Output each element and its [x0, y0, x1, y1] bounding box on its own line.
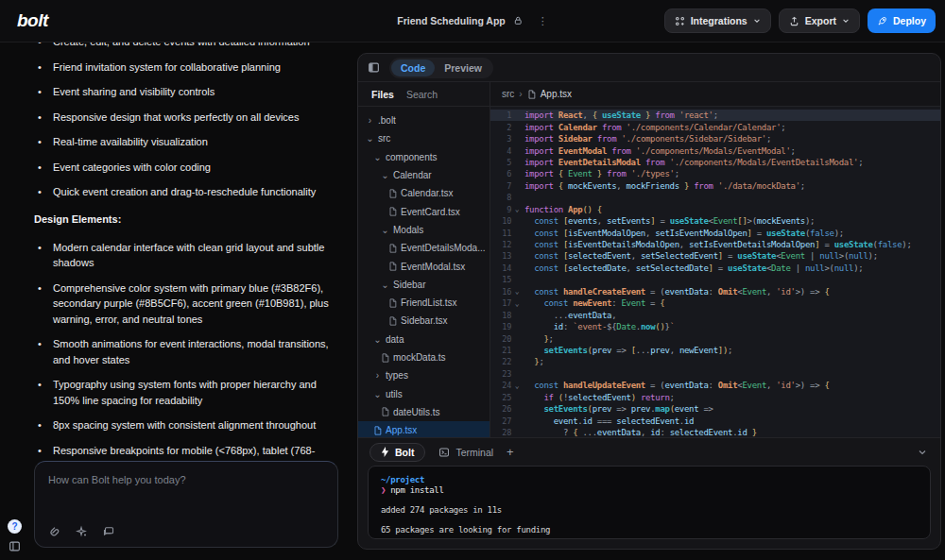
code-line[interactable]: 13 const [selectedEvent, setSelectedEven…	[490, 250, 940, 262]
file-icon	[388, 207, 397, 216]
workbench-subheader: Files Search src › App.tsx	[358, 82, 940, 107]
tree-item-label: Calendar.tsx	[401, 188, 454, 198]
fold-chevron-icon[interactable]: ⌄	[511, 299, 523, 308]
line-number: 17	[490, 298, 511, 308]
code-line[interactable]: 26 setEvents(prev => prev.map(event =>	[490, 403, 940, 415]
design-bullet: Comprehensive color system with primary …	[34, 280, 338, 328]
line-number: 22	[490, 357, 511, 366]
code-line[interactable]: 23	[490, 368, 940, 380]
fold-chevron-icon[interactable]: ⌄	[511, 205, 523, 213]
kebab-menu-icon[interactable]: ⋮	[538, 15, 548, 27]
code-line[interactable]: 11 const [isEventModalOpen, setIsEventMo…	[490, 227, 940, 238]
tree-item-calendar[interactable]: ⌄Calendar	[358, 166, 490, 184]
tree-item-label: App.tsx	[386, 425, 417, 435]
discuss-icon[interactable]	[102, 525, 115, 538]
tree-item-eventcard-tsx[interactable]: EventCard.tsx	[358, 202, 490, 220]
code-text: setEvents(prev => [...prev, newEvent]);	[523, 346, 732, 355]
code-line[interactable]: 10 const [events, setEvents] = useState<…	[490, 215, 940, 227]
code-line[interactable]: 22 };	[490, 356, 940, 367]
new-terminal-button[interactable]: +	[507, 445, 514, 459]
tree-item-modals[interactable]: ⌄Modals	[358, 221, 490, 239]
panel-toggle-icon[interactable]	[9, 540, 21, 552]
breadcrumb-folder[interactable]: src	[502, 89, 514, 99]
file-icon	[388, 262, 397, 271]
tree-item-dateutils-ts[interactable]: dateUtils.ts	[358, 403, 490, 421]
code-line[interactable]: 27 event.id === selectedEvent.id	[490, 415, 940, 426]
tab-terminal[interactable]: Terminal	[438, 447, 493, 458]
tree-item-components[interactable]: ⌄components	[358, 148, 490, 166]
code-line[interactable]: 21 setEvents(prev => [...prev, newEvent]…	[490, 345, 940, 356]
tree-item-sidebar-tsx[interactable]: Sidebar.tsx	[358, 312, 490, 330]
code-text: setEvents(prev => prev.map(event =>	[523, 404, 713, 414]
line-number: 25	[490, 393, 511, 402]
chat-input-box	[34, 461, 338, 548]
line-number: 4	[490, 146, 511, 156]
code-line[interactable]: 12 const [isEventDetailsModalOpen, setIs…	[490, 239, 940, 250]
code-line[interactable]: 19 id: `event-${Date.now()}`	[490, 321, 940, 332]
sparkles-icon[interactable]	[75, 525, 88, 538]
code-line[interactable]: 3import Sidebar from './components/Sideb…	[490, 133, 940, 144]
chevron-down-icon: ⌄	[381, 280, 389, 290]
fold-chevron-icon[interactable]: ⌄	[511, 287, 523, 296]
tab-search[interactable]: Search	[406, 89, 438, 100]
tree-item-label: Sidebar	[393, 280, 425, 290]
feature-bullet: Real-time availability visualization	[34, 134, 338, 150]
deploy-button[interactable]: Deploy	[868, 8, 936, 33]
chat-input[interactable]	[35, 462, 337, 514]
code-line[interactable]: 17⌄ const newEvent: Event = {	[490, 297, 940, 309]
feature-bullet: Event categories with color coding	[34, 160, 338, 176]
code-text: const handleCreateEvent = (eventData: Om…	[523, 287, 830, 297]
code-editor[interactable]: 1import React, { useState } from 'react'…	[490, 107, 940, 437]
help-badge[interactable]: ?	[8, 519, 22, 534]
design-bullet: Typography using system fonts with prope…	[34, 377, 338, 408]
code-line[interactable]: 18 ...eventData,	[490, 309, 940, 320]
tree-item-mockdata-ts[interactable]: mockData.ts	[358, 348, 490, 366]
code-line[interactable]: 24⌄ const handleUpdateEvent = (eventData…	[490, 380, 940, 391]
code-text: };	[523, 357, 544, 366]
code-line[interactable]: 2import Calendar from './components/Cale…	[490, 121, 940, 132]
code-line[interactable]: 6import { Event } from './types';	[490, 168, 940, 179]
attach-link-icon[interactable]	[47, 525, 60, 538]
code-line[interactable]: 8	[490, 192, 940, 203]
tree-item-friendlist-tsx[interactable]: FriendList.tsx	[358, 294, 490, 312]
tab-bolt-terminal[interactable]: Bolt	[369, 443, 425, 462]
code-line[interactable]: 9⌄function App() {	[490, 204, 940, 215]
export-button[interactable]: Export	[779, 8, 860, 33]
tree-item-label: src	[378, 133, 390, 144]
tree-item-eventmodal-tsx[interactable]: EventModal.tsx	[358, 257, 490, 275]
tree-item--bolt[interactable]: ›.bolt	[358, 111, 490, 129]
bolt-logo[interactable]: bolt	[17, 10, 48, 31]
chevron-down-icon: ⌄	[373, 334, 382, 345]
breadcrumb-file[interactable]: App.tsx	[541, 89, 572, 99]
tree-item-sidebar[interactable]: ⌄Sidebar	[358, 276, 490, 294]
code-line[interactable]: 7import { mockEvents, mockFriends } from…	[490, 180, 940, 192]
code-line[interactable]: 16⌄ const handleCreateEvent = (eventData…	[490, 286, 940, 297]
tree-item-app-tsx[interactable]: App.tsx	[358, 421, 490, 437]
code-line[interactable]: 28 ? { ...eventData, id: selectedEvent.i…	[490, 427, 940, 437]
code-line[interactable]: 20 };	[490, 332, 940, 344]
code-line[interactable]: 25 if (!selectedEvent) return;	[490, 392, 940, 403]
code-line[interactable]: 14 const [selectedDate, setSelectedDate]…	[490, 263, 940, 274]
line-number: 27	[490, 416, 511, 426]
chevron-right-icon: ›	[366, 115, 374, 126]
tree-item-src[interactable]: ⌄src	[358, 129, 490, 147]
tab-files[interactable]: Files	[371, 89, 394, 100]
code-line[interactable]: 15	[490, 274, 940, 285]
tree-item-calendar-tsx[interactable]: Calendar.tsx	[358, 184, 490, 202]
line-number: 12	[490, 240, 511, 249]
tab-preview[interactable]: Preview	[435, 59, 491, 76]
tree-item-utils[interactable]: ⌄utils	[358, 384, 490, 402]
integrations-button[interactable]: Integrations	[664, 8, 771, 33]
code-line[interactable]: 5import EventDetailsModal from './compon…	[490, 157, 940, 168]
terminal-output[interactable]: ~/project❯ npm install added 274 package…	[368, 466, 931, 539]
collapse-terminal-icon[interactable]	[918, 448, 927, 457]
code-line[interactable]: 4import EventModal from './components/Mo…	[490, 144, 940, 156]
code-line[interactable]: 1import React, { useState } from 'react'…	[490, 110, 940, 121]
lock-icon	[513, 16, 523, 25]
tree-item-data[interactable]: ⌄data	[358, 331, 490, 348]
tab-code[interactable]: Code	[391, 59, 435, 76]
fold-chevron-icon[interactable]: ⌄	[511, 382, 523, 390]
tree-item-types[interactable]: ›types	[358, 366, 490, 384]
panel-left-icon[interactable]	[368, 61, 380, 74]
tree-item-eventdetailsmoda-[interactable]: EventDetailsModa...	[358, 239, 490, 257]
